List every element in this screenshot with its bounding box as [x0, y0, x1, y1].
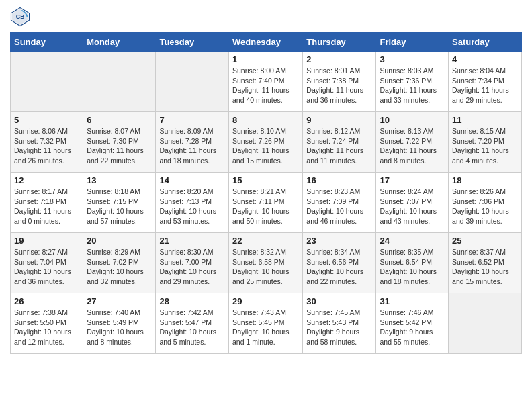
- day-number: 20: [87, 236, 152, 246]
- day-cell: 23Sunrise: 8:34 AM Sunset: 6:56 PM Dayli…: [303, 233, 376, 293]
- day-cell: 26Sunrise: 7:38 AM Sunset: 5:50 PM Dayli…: [11, 293, 83, 354]
- day-info: Sunrise: 8:34 AM Sunset: 6:56 PM Dayligh…: [306, 247, 372, 287]
- day-number: 28: [159, 296, 225, 306]
- day-number: 9: [306, 115, 372, 125]
- day-info: Sunrise: 7:43 AM Sunset: 5:45 PM Dayligh…: [232, 308, 299, 347]
- day-info: Sunrise: 8:23 AM Sunset: 7:09 PM Dayligh…: [306, 187, 372, 226]
- day-cell: 25Sunrise: 8:37 AM Sunset: 6:52 PM Dayli…: [449, 233, 522, 293]
- day-number: 21: [159, 236, 225, 246]
- day-cell: 11Sunrise: 8:15 AM Sunset: 7:20 PM Dayli…: [449, 112, 522, 173]
- header-monday: Monday: [83, 33, 156, 52]
- day-info: Sunrise: 8:35 AM Sunset: 6:54 PM Dayligh…: [380, 247, 445, 287]
- header-saturday: Saturday: [449, 33, 522, 52]
- day-info: Sunrise: 8:32 AM Sunset: 6:58 PM Dayligh…: [232, 247, 299, 287]
- day-cell: 5Sunrise: 8:06 AM Sunset: 7:32 PM Daylig…: [11, 112, 83, 173]
- day-number: 13: [87, 175, 152, 185]
- day-cell: [83, 52, 156, 112]
- day-info: Sunrise: 8:18 AM Sunset: 7:15 PM Dayligh…: [87, 187, 152, 226]
- day-number: 31: [380, 296, 445, 306]
- day-info: Sunrise: 8:26 AM Sunset: 7:06 PM Dayligh…: [452, 187, 518, 226]
- day-cell: [156, 52, 229, 112]
- day-cell: 1Sunrise: 8:00 AM Sunset: 7:40 PM Daylig…: [228, 52, 302, 112]
- day-cell: 3Sunrise: 8:03 AM Sunset: 7:36 PM Daylig…: [376, 52, 449, 112]
- day-cell: 10Sunrise: 8:13 AM Sunset: 7:22 PM Dayli…: [376, 112, 449, 173]
- day-cell: 7Sunrise: 8:09 AM Sunset: 7:28 PM Daylig…: [156, 112, 229, 173]
- day-cell: 29Sunrise: 7:43 AM Sunset: 5:45 PM Dayli…: [228, 293, 302, 354]
- day-cell: 17Sunrise: 8:24 AM Sunset: 7:07 PM Dayli…: [376, 173, 449, 233]
- day-number: 25: [452, 236, 518, 246]
- day-number: 26: [14, 296, 79, 306]
- day-number: 24: [380, 236, 445, 246]
- calendar-table: Sunday Monday Tuesday Wednesday Thursday…: [10, 32, 522, 354]
- day-cell: 28Sunrise: 7:42 AM Sunset: 5:47 PM Dayli…: [156, 293, 229, 354]
- week-row-4: 19Sunrise: 8:27 AM Sunset: 7:04 PM Dayli…: [11, 233, 522, 293]
- day-info: Sunrise: 8:21 AM Sunset: 7:11 PM Dayligh…: [232, 187, 299, 226]
- day-info: Sunrise: 8:03 AM Sunset: 7:36 PM Dayligh…: [380, 66, 445, 105]
- week-row-5: 26Sunrise: 7:38 AM Sunset: 5:50 PM Dayli…: [11, 293, 522, 354]
- day-number: 15: [232, 175, 299, 185]
- day-number: 1: [232, 54, 299, 64]
- day-info: Sunrise: 8:01 AM Sunset: 7:38 PM Dayligh…: [306, 66, 372, 105]
- header-wednesday: Wednesday: [228, 33, 302, 52]
- day-cell: 8Sunrise: 8:10 AM Sunset: 7:26 PM Daylig…: [228, 112, 302, 173]
- day-cell: 14Sunrise: 8:20 AM Sunset: 7:13 PM Dayli…: [156, 173, 229, 233]
- day-number: 2: [306, 54, 372, 64]
- header-sunday: Sunday: [11, 33, 83, 52]
- day-info: Sunrise: 8:07 AM Sunset: 7:30 PM Dayligh…: [87, 126, 152, 166]
- day-info: Sunrise: 8:37 AM Sunset: 6:52 PM Dayligh…: [452, 247, 518, 287]
- header-thursday: Thursday: [303, 33, 376, 52]
- day-number: 6: [87, 115, 152, 125]
- day-number: 19: [14, 236, 79, 246]
- day-info: Sunrise: 8:13 AM Sunset: 7:22 PM Dayligh…: [380, 126, 445, 166]
- day-info: Sunrise: 8:24 AM Sunset: 7:07 PM Dayligh…: [380, 187, 445, 226]
- day-number: 16: [306, 175, 372, 185]
- day-cell: [11, 52, 83, 112]
- day-number: 8: [232, 115, 299, 125]
- logo-icon: GB: [10, 7, 30, 27]
- day-info: Sunrise: 8:00 AM Sunset: 7:40 PM Dayligh…: [232, 66, 299, 105]
- day-cell: 18Sunrise: 8:26 AM Sunset: 7:06 PM Dayli…: [449, 173, 522, 233]
- week-row-3: 12Sunrise: 8:17 AM Sunset: 7:18 PM Dayli…: [11, 173, 522, 233]
- day-number: 11: [452, 115, 518, 125]
- day-cell: 31Sunrise: 7:46 AM Sunset: 5:42 PM Dayli…: [376, 293, 449, 354]
- day-number: 30: [306, 296, 372, 306]
- day-cell: 6Sunrise: 8:07 AM Sunset: 7:30 PM Daylig…: [83, 112, 156, 173]
- day-info: Sunrise: 7:45 AM Sunset: 5:43 PM Dayligh…: [306, 308, 372, 347]
- week-row-2: 5Sunrise: 8:06 AM Sunset: 7:32 PM Daylig…: [11, 112, 522, 173]
- day-info: Sunrise: 8:04 AM Sunset: 7:34 PM Dayligh…: [452, 66, 518, 105]
- day-info: Sunrise: 8:09 AM Sunset: 7:28 PM Dayligh…: [159, 126, 225, 166]
- day-cell: 12Sunrise: 8:17 AM Sunset: 7:18 PM Dayli…: [11, 173, 83, 233]
- day-info: Sunrise: 8:10 AM Sunset: 7:26 PM Dayligh…: [232, 126, 299, 166]
- day-number: 4: [452, 54, 518, 64]
- day-number: 23: [306, 236, 372, 246]
- day-cell: 21Sunrise: 8:30 AM Sunset: 7:00 PM Dayli…: [156, 233, 229, 293]
- day-info: Sunrise: 8:17 AM Sunset: 7:18 PM Dayligh…: [14, 187, 79, 226]
- header-friday: Friday: [376, 33, 449, 52]
- day-info: Sunrise: 8:27 AM Sunset: 7:04 PM Dayligh…: [14, 247, 79, 287]
- day-info: Sunrise: 8:30 AM Sunset: 7:00 PM Dayligh…: [159, 247, 225, 287]
- day-cell: 4Sunrise: 8:04 AM Sunset: 7:34 PM Daylig…: [449, 52, 522, 112]
- page-header: GB: [10, 7, 522, 27]
- day-number: 12: [14, 175, 79, 185]
- day-number: 3: [380, 54, 445, 64]
- page-container: GB Sunday Monday Tuesday Wednesday Thurs…: [0, 0, 532, 361]
- day-cell: 24Sunrise: 8:35 AM Sunset: 6:54 PM Dayli…: [376, 233, 449, 293]
- day-cell: 2Sunrise: 8:01 AM Sunset: 7:38 PM Daylig…: [303, 52, 376, 112]
- logo: GB: [10, 7, 33, 27]
- calendar-body: 1Sunrise: 8:00 AM Sunset: 7:40 PM Daylig…: [11, 52, 522, 354]
- day-cell: 30Sunrise: 7:45 AM Sunset: 5:43 PM Dayli…: [303, 293, 376, 354]
- day-info: Sunrise: 7:40 AM Sunset: 5:49 PM Dayligh…: [87, 308, 152, 347]
- day-cell: 13Sunrise: 8:18 AM Sunset: 7:15 PM Dayli…: [83, 173, 156, 233]
- day-info: Sunrise: 8:15 AM Sunset: 7:20 PM Dayligh…: [452, 126, 518, 166]
- svg-text:GB: GB: [16, 14, 24, 20]
- day-info: Sunrise: 8:06 AM Sunset: 7:32 PM Dayligh…: [14, 126, 79, 166]
- day-cell: 16Sunrise: 8:23 AM Sunset: 7:09 PM Dayli…: [303, 173, 376, 233]
- day-info: Sunrise: 8:29 AM Sunset: 7:02 PM Dayligh…: [87, 247, 152, 287]
- day-info: Sunrise: 8:20 AM Sunset: 7:13 PM Dayligh…: [159, 187, 225, 226]
- header-tuesday: Tuesday: [156, 33, 229, 52]
- day-info: Sunrise: 7:42 AM Sunset: 5:47 PM Dayligh…: [159, 308, 225, 347]
- day-number: 29: [232, 296, 299, 306]
- day-number: 14: [159, 175, 225, 185]
- day-number: 18: [452, 175, 518, 185]
- day-cell: 20Sunrise: 8:29 AM Sunset: 7:02 PM Dayli…: [83, 233, 156, 293]
